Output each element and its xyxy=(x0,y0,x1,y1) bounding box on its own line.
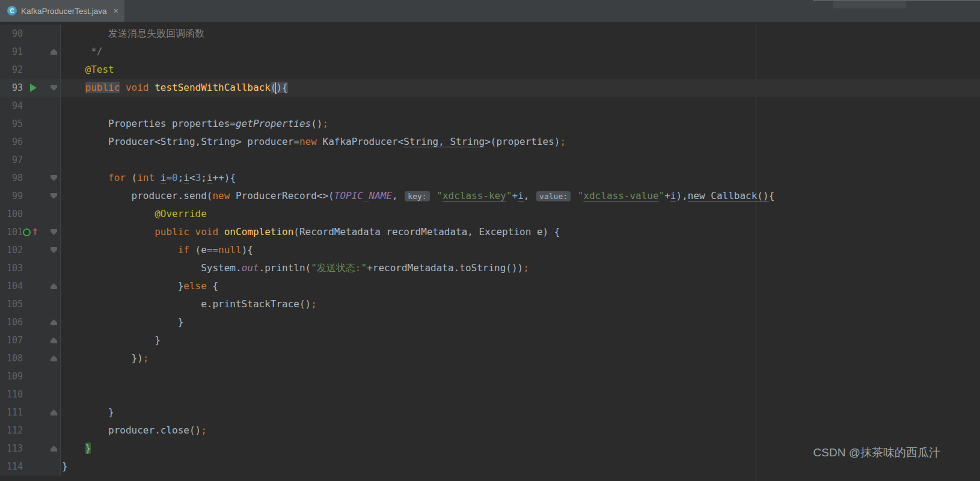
gutter: 99 xyxy=(0,187,61,205)
line-number: 105 xyxy=(0,295,23,313)
gutter: 95 xyxy=(0,115,61,133)
code-line-101: 101↑ public void onCompletion(RecordMeta… xyxy=(0,223,980,241)
line-number: 100 xyxy=(0,205,23,223)
code-segment: "发送状态:" xyxy=(311,262,367,274)
line-number: 96 xyxy=(0,133,23,151)
code-segment: Producer<String,String> producer= xyxy=(62,136,299,147)
code-line-content: } xyxy=(61,403,980,421)
line-number: 102 xyxy=(0,241,23,259)
code-line-99: 99 producer.send(new ProducerRecord<>(TO… xyxy=(0,187,980,205)
gutter: 108 xyxy=(0,349,61,367)
line-number: 98 xyxy=(0,169,23,187)
code-segment xyxy=(62,244,178,256)
code-segment xyxy=(62,226,155,237)
fold-collapse-icon[interactable] xyxy=(51,247,57,253)
code-segment: testSendWithCallback xyxy=(155,82,271,93)
fold-collapse-icon[interactable] xyxy=(51,85,57,91)
code-segment: out xyxy=(242,262,259,274)
code-segment: " xyxy=(436,190,443,201)
code-segment: + xyxy=(664,190,670,201)
fold-end-icon[interactable] xyxy=(51,337,57,343)
line-number: 97 xyxy=(0,151,23,169)
code-line-content: }else { xyxy=(61,277,980,295)
code-segment: " xyxy=(659,190,665,201)
code-editor[interactable]: 90 发送消息失败回调函数91 */92 @Test93 public void… xyxy=(0,22,980,481)
code-line-96: 96 Producer<String,String> producer=new … xyxy=(0,133,980,151)
line-number: 95 xyxy=(0,115,23,133)
gutter: 92 xyxy=(0,61,61,79)
tab-close-icon[interactable]: × xyxy=(114,6,118,16)
code-segment: void xyxy=(195,226,219,237)
code-segment xyxy=(431,190,437,201)
fold-collapse-icon[interactable] xyxy=(51,175,57,181)
gutter: 96 xyxy=(0,133,61,151)
code-segment: e.printStackTrace() xyxy=(62,298,311,310)
fold-collapse-icon[interactable] xyxy=(51,193,57,199)
code-line-content: */ xyxy=(61,43,980,61)
java-class-icon: C xyxy=(7,6,17,16)
fold-end-icon[interactable] xyxy=(51,49,57,55)
code-line-105: 105 e.printStackTrace(); xyxy=(0,295,980,313)
code-segment: + xyxy=(512,190,518,201)
code-line-content xyxy=(61,367,980,385)
code-segment: 发送消息失败回调函数 xyxy=(62,28,204,39)
code-line-content: System.out.println("发送状态:"+recordMetadat… xyxy=(61,259,980,277)
code-segment: for xyxy=(108,172,126,183)
fold-end-icon[interactable] xyxy=(51,319,57,325)
code-line-content: } xyxy=(61,331,980,349)
code-line-92: 92 @Test xyxy=(0,61,980,79)
code-segment: String, String xyxy=(403,136,485,147)
line-number: 91 xyxy=(0,43,23,61)
code-segment: ) xyxy=(276,82,282,93)
code-line-content: @Test xyxy=(61,61,980,79)
line-number: 101 xyxy=(0,223,23,241)
code-line-content: e.printStackTrace(); xyxy=(61,295,980,313)
line-number: 107 xyxy=(0,331,23,349)
code-line-content: for (int i=0;i<3;i++){ xyxy=(61,169,980,187)
line-number: 108 xyxy=(0,349,23,367)
code-segment: ), xyxy=(676,190,688,201)
overrides-method-icon[interactable]: ↑ xyxy=(23,227,39,237)
fold-end-icon[interactable] xyxy=(51,409,57,415)
code-segment: onCompletion xyxy=(224,226,294,237)
code-segment: { xyxy=(207,280,218,292)
fold-end-icon[interactable] xyxy=(51,446,57,452)
gutter: 103 xyxy=(0,259,61,277)
code-segment: " xyxy=(506,190,512,201)
gutter: 97 xyxy=(0,151,61,169)
code-segment: ; xyxy=(311,298,317,310)
code-segment: int xyxy=(137,172,155,183)
code-segment: 0 xyxy=(172,172,178,183)
code-segment: ProducerRecord<>( xyxy=(230,190,334,201)
gutter: 106 xyxy=(0,313,61,331)
code-line-content: public void onCompletion(RecordMetadata … xyxy=(61,223,980,241)
code-line-content xyxy=(61,97,980,115)
titlebar-artifact xyxy=(833,1,906,8)
code-segment: } xyxy=(62,280,183,292)
code-segment: < xyxy=(189,172,195,183)
intention-lightbulb-icon[interactable] xyxy=(66,82,73,93)
line-number: 110 xyxy=(0,385,23,403)
code-segment: (e== xyxy=(189,244,218,256)
fold-end-icon[interactable] xyxy=(51,283,57,289)
code-segment: @Override xyxy=(155,208,207,219)
code-line-95: 95 Properties properties=getProperties()… xyxy=(0,115,980,133)
code-segment xyxy=(218,226,224,237)
code-segment: key: xyxy=(405,191,429,201)
code-segment: { xyxy=(282,82,288,93)
code-segment: */ xyxy=(62,46,102,57)
gutter: 107 xyxy=(0,331,61,349)
tab-kafkaproducertest[interactable]: C KafkaProducerTest.java × xyxy=(0,0,124,22)
fold-end-icon[interactable] xyxy=(51,355,57,361)
line-number: 111 xyxy=(0,403,23,421)
code-line-content: Producer<String,String> producer=new Kaf… xyxy=(61,133,980,151)
run-test-icon[interactable] xyxy=(30,84,37,92)
code-segment: } xyxy=(62,406,114,418)
code-segment: Properties properties= xyxy=(62,118,236,129)
code-segment xyxy=(149,82,155,93)
code-line-98: 98 for (int i=0;i<3;i++){ xyxy=(0,169,980,187)
code-line-104: 104 }else { xyxy=(0,277,980,295)
fold-collapse-icon[interactable] xyxy=(51,229,57,235)
code-segment: xdclass-key xyxy=(443,190,506,201)
code-segment: " xyxy=(578,190,584,201)
